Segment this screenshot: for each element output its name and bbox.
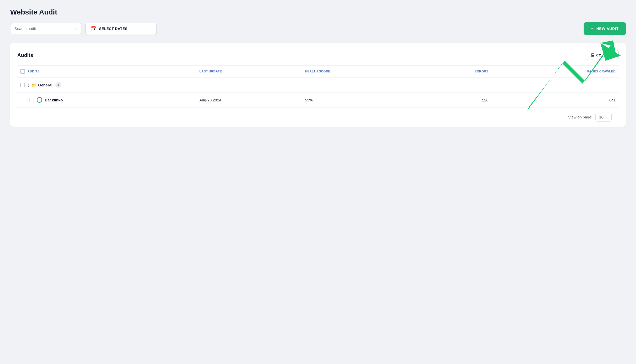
- td-pages-crawled-backlinko: 641: [492, 93, 619, 108]
- card-title: Audits: [17, 52, 33, 58]
- table-header-row: AUDITS LAST UPDATE HEALTH SCORE ERRORS P…: [17, 66, 619, 78]
- td-pages-crawled-general: [492, 78, 619, 93]
- table-row: ❯ 📁 General 1: [17, 78, 619, 93]
- folder-icon: 📁: [32, 83, 37, 87]
- columns-icon: ⌸: [591, 53, 594, 57]
- td-errors-general: [418, 78, 492, 93]
- calendar-icon: 📅: [91, 26, 97, 32]
- td-health-score-backlinko: 53%: [302, 93, 418, 108]
- th-audits-label: AUDITS: [27, 70, 40, 73]
- search-icon: ⌕: [75, 26, 78, 31]
- th-last-update: LAST UPDATE: [196, 66, 302, 78]
- columns-button[interactable]: ⌸ COLUMNS: [587, 50, 619, 60]
- th-errors: ERRORS: [418, 66, 492, 78]
- new-audit-label: NEW AUDIT: [596, 27, 619, 31]
- row-badge-general: 1: [55, 82, 61, 88]
- plus-icon: +: [591, 26, 594, 32]
- search-wrapper: ⌕: [10, 23, 81, 34]
- th-health-score: HEALTH SCORE: [302, 66, 418, 78]
- row-name-cell-backlinko: Backlinko: [37, 97, 63, 103]
- main-content: Audits ⌸ COLUMNS AUDITS LAST UPDATE HEAL…: [10, 43, 626, 127]
- new-audit-button[interactable]: + NEW AUDIT: [584, 22, 626, 35]
- th-audits: AUDITS: [17, 66, 196, 78]
- table-footer: View on page: 10 ⌄: [17, 108, 619, 127]
- select-all-checkbox[interactable]: [20, 69, 25, 74]
- audits-card: Audits ⌸ COLUMNS AUDITS LAST UPDATE HEAL…: [10, 43, 626, 127]
- row-checkbox-backlinko[interactable]: [30, 98, 34, 102]
- row-controls-general: ❯ 📁 General 1: [27, 82, 61, 88]
- td-errors-backlinko: 226: [418, 93, 492, 108]
- search-input[interactable]: [10, 23, 81, 34]
- td-name-general: ❯ 📁 General 1: [17, 78, 196, 93]
- date-picker-button[interactable]: 📅 SELECT DATES: [85, 23, 157, 35]
- row-name-general: General: [38, 83, 52, 87]
- view-on-page-select[interactable]: 10 ⌄: [595, 113, 612, 122]
- td-last-update-backlinko: Aug-20 2024: [196, 93, 302, 108]
- date-picker-label: SELECT DATES: [99, 27, 128, 31]
- th-pages-crawled: PAGES CRAWLED: [492, 66, 619, 78]
- td-name-backlinko: Backlinko: [17, 93, 196, 108]
- toolbar: ⌕ 📅 SELECT DATES + NEW AUDIT: [10, 22, 626, 35]
- status-circle-backlinko: [37, 97, 42, 103]
- chevron-down-icon: ⌄: [605, 115, 608, 119]
- page-title: Website Audit: [10, 8, 626, 16]
- card-header: Audits ⌸ COLUMNS: [17, 50, 619, 60]
- td-health-score-general: [302, 78, 418, 93]
- audits-table: AUDITS LAST UPDATE HEALTH SCORE ERRORS P…: [17, 65, 619, 108]
- td-last-update-general: [196, 78, 302, 93]
- columns-label: COLUMNS: [596, 53, 614, 57]
- view-on-page-label: View on page:: [568, 115, 592, 119]
- table-row: Backlinko Aug-20 2024 53% 226 641: [17, 93, 619, 108]
- row-name-backlinko: Backlinko: [45, 98, 63, 102]
- chevron-icon[interactable]: ❯: [27, 83, 30, 87]
- view-on-page-value: 10: [599, 115, 603, 119]
- row-checkbox-general[interactable]: [20, 83, 25, 87]
